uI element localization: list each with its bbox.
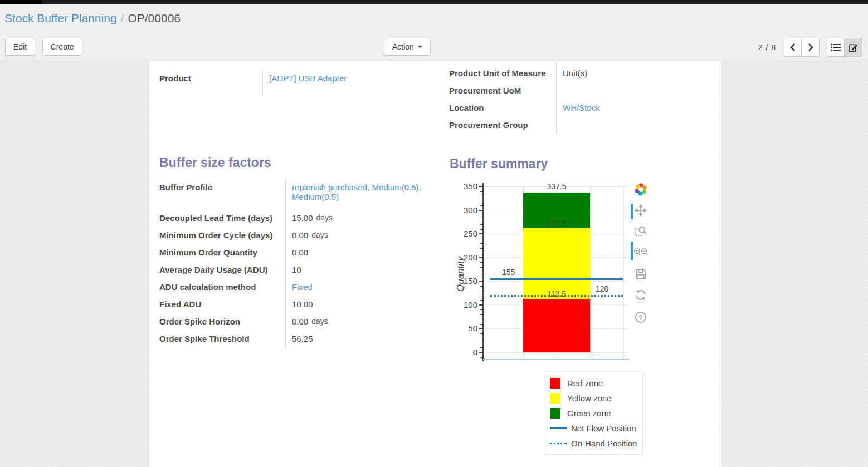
yellow-zone-bar[interactable] [523, 228, 590, 299]
field-value: 10.00 [285, 297, 435, 314]
field-value: WH/Stock [556, 100, 716, 117]
box-zoom-icon [635, 225, 647, 240]
field-value-text: 10 [292, 265, 301, 274]
modebar-box-zoom-button[interactable] [633, 225, 648, 240]
pager-counter: 2 / 8 [758, 43, 776, 52]
factor-row: Order Spike Horizon0.00days [159, 314, 435, 331]
factor-row: Order Spike Threshold56.25 [159, 331, 435, 348]
field-value: 56.25 [285, 331, 435, 348]
zone-boundary-label: 262.5 [523, 219, 590, 228]
form-view-button[interactable] [845, 38, 862, 57]
edit-button[interactable]: Edit [5, 38, 35, 56]
field-label: Decoupled Lead Time (days) [159, 210, 285, 228]
field-label: Location [449, 100, 556, 117]
pager-next-button[interactable] [802, 38, 820, 57]
edit-create-buttons: Edit Create [5, 38, 82, 56]
field-unit-suffix: days [311, 317, 328, 326]
field-label: Procurement UoM [449, 83, 556, 100]
legend-line-swatch [550, 443, 567, 444]
field-value: replenish purchased, Medium(0.5), Medium… [285, 180, 435, 210]
field-label: Product Unit of Measure [449, 66, 556, 83]
y-tick-label: 0 [454, 347, 477, 357]
field-value-text: 56.25 [292, 334, 313, 343]
field-value-link[interactable]: [ADPT] USB Adapter [269, 73, 347, 83]
field-label: Product [159, 71, 262, 95]
field-label: ADU calculation method [159, 279, 285, 297]
modebar-save-button[interactable] [633, 268, 648, 282]
product-field-group: Product[ADPT] USB Adapter [159, 71, 427, 95]
zoom-in-out-icon [633, 247, 648, 260]
legend-item-on-hand-position[interactable]: On-Hand Position [550, 436, 637, 451]
content-background: Product[ADPT] USB Adapter CompanyProduct… [0, 61, 868, 467]
view-switcher [827, 38, 862, 57]
line-value-label: 120 [596, 284, 608, 293]
modebar-separator [637, 302, 643, 303]
legend-label: On-Hand Position [571, 439, 637, 448]
on-hand-position-line[interactable] [490, 295, 623, 297]
pager-previous-button[interactable] [784, 38, 802, 57]
field-value-text: 15.00 [292, 213, 313, 223]
legend-item-red-zone[interactable]: Red zone [550, 376, 637, 391]
field-row: Product Unit of MeasureUnit(s) [449, 66, 716, 83]
modebar-pan-button[interactable] [633, 204, 648, 219]
field-value: Unit(s) [556, 66, 716, 83]
list-view-button[interactable] [827, 38, 845, 57]
breadcrumb-separator: / [117, 12, 128, 24]
plotly-logo-icon [635, 183, 647, 198]
field-value-link[interactable]: WH/Stock [563, 103, 600, 112]
modebar-help-button[interactable]: ? [633, 310, 648, 325]
field-value-text: 10.00 [292, 299, 313, 309]
procurement-field-group: CompanyProduct Unit of MeasureUnit(s)Pro… [449, 61, 716, 135]
field-value: 0.00 [285, 245, 435, 262]
save-icon [635, 268, 647, 282]
chevron-down-icon [418, 46, 422, 48]
field-label: Buffer Profile [159, 180, 285, 210]
breadcrumb-parent-link[interactable]: Stock Buffer Planning [4, 12, 117, 24]
legend-label: Yellow zone [567, 394, 612, 403]
field-value: 10 [285, 262, 435, 279]
red-zone-bar[interactable] [523, 299, 590, 352]
modebar-separator [637, 281, 643, 282]
top-menu-active-item[interactable] [0, 0, 42, 4]
chevron-right-icon [808, 43, 813, 52]
buffer-size-factors-group: Buffer Profilereplenish purchased, Mediu… [159, 180, 435, 348]
legend-item-green-zone[interactable]: Green zone [550, 406, 637, 421]
field-label: Minimum Order Quantity [159, 245, 285, 262]
edit-form-icon [849, 43, 858, 52]
action-dropdown-wrap: Action [384, 38, 431, 56]
field-row: Procurement Group [449, 117, 716, 135]
field-unit-suffix: days [316, 213, 333, 222]
buffer-summary-chart: 050100150200250300350Quantity337.5262.51… [446, 175, 680, 459]
modebar-plotly-logo-button[interactable] [633, 183, 648, 198]
factor-row: ADU calculation methodFixed [159, 279, 435, 297]
action-dropdown-button[interactable]: Action [384, 38, 431, 56]
net-flow-position-line[interactable] [490, 278, 623, 280]
field-value [556, 117, 716, 135]
create-button[interactable]: Create [42, 38, 82, 56]
help-icon: ? [635, 312, 646, 323]
field-row: Procurement UoM [449, 83, 716, 100]
legend-item-yellow-zone[interactable]: Yellow zone [550, 391, 637, 406]
bar-top-value-label: 337.5 [523, 182, 590, 191]
y-tick-label: 250 [454, 229, 477, 238]
modebar-reset-axes-button[interactable] [633, 289, 648, 303]
field-label: Order Spike Threshold [159, 331, 285, 348]
top-menu-bar [0, 0, 868, 4]
chevron-left-icon [790, 43, 796, 52]
reset-axes-icon [635, 289, 647, 303]
field-value: 15.00days [285, 210, 435, 228]
field-value-link[interactable]: Fixed [292, 282, 313, 292]
legend-item-net-flow-position[interactable]: Net Flow Position [550, 421, 637, 436]
legend-label: Red zone [567, 378, 603, 388]
form-sheet: Product[ADPT] USB Adapter CompanyProduct… [149, 61, 721, 467]
pan-icon [635, 204, 647, 219]
chart-legend: Red zoneYellow zoneGreen zoneNet Flow Po… [544, 371, 643, 455]
x-axis [483, 359, 629, 360]
y-tick-label: 100 [454, 300, 477, 309]
pager-buttons [784, 38, 820, 57]
pager-area: 2 / 8 [758, 38, 862, 57]
legend-label: Net Flow Position [571, 424, 636, 433]
field-row: LocationWH/Stock [449, 100, 716, 117]
field-value-link[interactable]: replenish purchased, Medium(0.5), Medium… [292, 183, 421, 201]
modebar-zoom-in-out-button[interactable] [633, 247, 648, 261]
